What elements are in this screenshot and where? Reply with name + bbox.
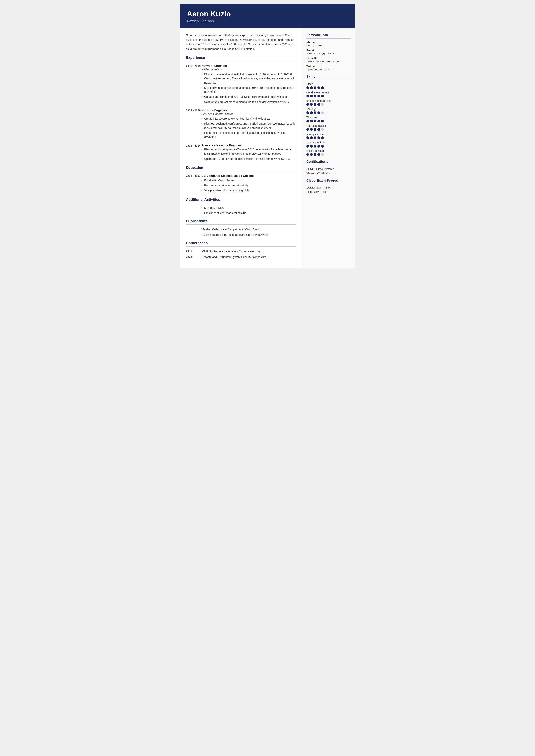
- dot-filled: [310, 95, 313, 98]
- publications-heading: Publications: [186, 219, 296, 223]
- personal-info-heading: Personal Info: [306, 33, 351, 37]
- experience-item-1: 2014 - 2016Network EngineerBig Lakes Med…: [186, 108, 296, 140]
- exp-bullet-2-1: Upgraded 10 employees in local financial…: [202, 157, 296, 161]
- experience-list: 2016 - 2019Network EngineerWilliams-Seil…: [186, 64, 296, 162]
- exp-dates-1: 2014 - 2016: [186, 108, 202, 140]
- exp-content-1: Network EngineerBig Lakes Medical Clinic…: [202, 108, 296, 140]
- skill-dots-5: [306, 128, 351, 131]
- exp-bullet-0-1: Modified vendor software to automate 30%…: [202, 86, 296, 94]
- dot-filled: [310, 86, 313, 89]
- skill-dots-3: [306, 111, 351, 114]
- resume-header: Aaron Kuzio Network Engineer: [180, 4, 355, 28]
- dot-filled: [314, 103, 316, 106]
- exp-bullet-0-2: Created and configured 700+ VPNs for cor…: [202, 95, 296, 99]
- edu-bullet-0-1: Pursued a passion for security study.: [202, 183, 296, 188]
- skill-name-0: Cisco: [306, 83, 351, 86]
- dot-empty: [321, 153, 324, 156]
- exam-scores-divider: [306, 184, 351, 184]
- dot-filled: [310, 145, 313, 148]
- exp-dates-2: 2013 - 2014: [186, 144, 202, 162]
- skill-name-7: troubleshooting: [306, 141, 351, 144]
- certifications-list: CCNP - Cisco SystemsVMware VCP6-DCV: [306, 168, 351, 175]
- candidate-name: Aaron Kuzio: [187, 10, 348, 18]
- exp-content-2: Freelance Network EngineerPlanned and co…: [202, 144, 296, 162]
- dot-filled: [321, 95, 324, 98]
- dot-filled: [306, 86, 309, 89]
- cert-item-0: CCNP - Cisco Systems: [306, 168, 351, 171]
- dot-empty: [321, 103, 324, 106]
- skill-dots-0: [306, 86, 351, 89]
- conf-year-0: 2019: [186, 249, 202, 254]
- exp-company-1: Big Lakes Medical Clinics: [202, 112, 296, 116]
- phone-value: 414-617-2634: [306, 44, 351, 47]
- candidate-title: Network Engineer: [187, 19, 348, 23]
- conferences-divider: [186, 246, 296, 247]
- education-divider: [186, 171, 296, 171]
- phone-item: Phone 414-617-2634: [306, 41, 351, 47]
- skill-item-8: critical thinking: [306, 150, 351, 156]
- experience-item-2: 2013 - 2014Freelance Network EngineerPla…: [186, 144, 296, 162]
- dot-filled: [321, 86, 324, 89]
- skill-item-3: security: [306, 108, 351, 114]
- dot-filled: [310, 153, 313, 156]
- dot-filled: [310, 103, 313, 106]
- dot-filled: [317, 145, 320, 148]
- dot-filled: [314, 145, 316, 148]
- education-heading: Education: [186, 166, 296, 170]
- dot-filled: [306, 111, 309, 114]
- edu-dates-0: 2009 - 2013: [186, 174, 202, 193]
- resume-container: Aaron Kuzio Network Engineer Smart netwo…: [180, 4, 355, 268]
- dot-filled: [310, 128, 313, 131]
- conf-year-1: 2015: [186, 255, 202, 259]
- skill-dots-7: [306, 145, 351, 148]
- exam-scores-heading: Cisco Exam Scores: [306, 179, 351, 182]
- skill-item-2: project management: [306, 99, 351, 106]
- conf-desc-0: ICNP, Spoke on a panel about Cisco netwo…: [202, 249, 296, 254]
- dot-filled: [306, 103, 309, 106]
- skills-heading: Skills: [306, 75, 351, 79]
- skill-dots-2: [306, 103, 351, 106]
- publications-section: Publications "Scaling Collaboration" app…: [186, 219, 296, 237]
- exp-bullet-1-0: Created 12 secure networks, both local a…: [202, 117, 296, 121]
- exam-scores-section: Cisco Exam Scores DCUCI Exam - 99%DCII E…: [306, 179, 351, 193]
- dot-filled: [321, 136, 324, 139]
- certifications-heading: Certifications: [306, 160, 351, 164]
- resume-body: Smart network administrator with 6+ year…: [180, 28, 355, 268]
- dot-empty: [321, 128, 324, 131]
- skill-name-6: perceptiveness: [306, 133, 351, 136]
- dot-empty: [321, 111, 324, 114]
- twitter-value: twitter.com/aaronzkuzio: [306, 68, 351, 71]
- dot-filled: [306, 136, 309, 139]
- skill-item-5: interpersonal skills: [306, 125, 351, 131]
- dot-filled: [314, 136, 316, 139]
- skill-item-1: cloud management: [306, 91, 351, 98]
- exp-bullet-2-0: Planned and configured a Windows 2010 ne…: [202, 148, 296, 156]
- conference-item-0: 2019ICNP, Spoke on a panel about Cisco n…: [186, 249, 296, 254]
- exam-score-item-0: DCUCI Exam - 99%: [306, 186, 351, 189]
- exam-scores-list: DCUCI Exam - 99%DCII Exam - 98%: [306, 186, 351, 193]
- publications-list: "Scaling Collaboration" appeared in Cisc…: [186, 228, 296, 237]
- twitter-item: Twitter twitter.com/aaronzkuzio: [306, 65, 351, 71]
- activities-heading: Additional Activities: [186, 197, 296, 202]
- skill-dots-4: [306, 120, 351, 123]
- twitter-label: Twitter: [306, 65, 351, 68]
- email-value: aaronzkuzio@gmail.com: [306, 52, 351, 55]
- activities-section: Additional Activities Member, ITNEAPresi…: [186, 197, 296, 215]
- edu-degree-0: BS Computer Science, Beloit College: [202, 174, 296, 178]
- conf-desc-1: Network and Distributed System Security …: [202, 255, 296, 259]
- summary-text: Smart network administrator with 6+ year…: [186, 33, 296, 51]
- edu-bullet-0-2: Vice president, cloud computing club.: [202, 188, 296, 193]
- dot-filled: [317, 86, 320, 89]
- dot-filled: [314, 120, 316, 123]
- dot-filled: [317, 136, 320, 139]
- exp-role-1: Network Engineer: [202, 108, 296, 112]
- experience-heading: Experience: [186, 56, 296, 60]
- edu-content-0: BS Computer Science, Beloit CollegeExcel…: [202, 174, 296, 193]
- dot-filled: [314, 128, 316, 131]
- skill-item-7: troubleshooting: [306, 141, 351, 148]
- skill-name-8: critical thinking: [306, 150, 351, 153]
- conferences-list: 2019ICNP, Spoke on a panel about Cisco n…: [186, 249, 296, 260]
- exp-bullet-1-1: Planned, designed, configured, and insta…: [202, 122, 296, 130]
- edu-bullet-0-0: Excelled in Cisco classes.: [202, 178, 296, 182]
- experience-section: Experience 2016 - 2019Network EngineerWi…: [186, 56, 296, 162]
